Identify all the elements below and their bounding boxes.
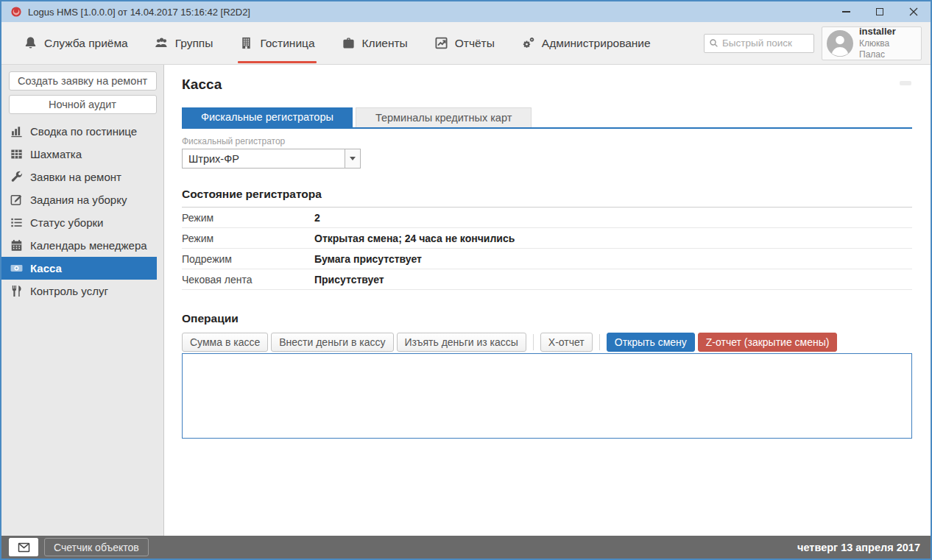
nav-item-label: Группы [175, 37, 213, 50]
sidebar-item-cleaning-tasks[interactable]: Задания на уборку [1, 188, 157, 211]
logus-logo-icon [10, 6, 22, 18]
tab-credit-card-terminals[interactable]: Терминалы кредитных карт [356, 107, 532, 127]
nav-item-label: Служба приёма [44, 37, 128, 50]
op-button-withdraw-cash[interactable]: Изъять деньги из кассы [397, 333, 526, 352]
sidebar-item-service-control[interactable]: Контроль услуг [1, 280, 157, 302]
avatar [827, 30, 853, 57]
nav-item-label: Отчёты [455, 37, 495, 50]
top-navbar: Служба приёмаГруппыГостиницаКлиентыОтчёт… [1, 22, 931, 65]
sidebar-item-label: Статус уборки [30, 216, 103, 229]
room-rack-icon [10, 147, 24, 161]
briefcase-icon [342, 36, 356, 50]
sidebar-item-label: Контроль услуг [30, 285, 108, 297]
sidebar-button-night-audit[interactable]: Ночной аудит [9, 95, 157, 114]
fiscal-register-select[interactable]: Штрих-ФР [182, 149, 361, 169]
op-button-x-report[interactable]: X-отчет [540, 333, 593, 352]
sidebar-item-repair-requests[interactable]: Заявки на ремонт [1, 166, 157, 188]
user-hotel: Клюква Палас [859, 38, 917, 60]
status-row-label: Подрежим [182, 253, 314, 265]
status-row: Чековая лентаПрисутствует [182, 269, 912, 290]
chart-icon [434, 36, 448, 50]
sidebar-item-cash-desk[interactable]: Касса [1, 257, 157, 280]
user-panel[interactable]: installer Клюква Палас [822, 26, 922, 60]
op-button-open-shift[interactable]: Открыть смену [607, 333, 695, 352]
sidebar-item-label: Сводка по гостинице [30, 125, 137, 138]
sidebar-button-create-repair-request[interactable]: Создать заявку на ремонт [9, 71, 157, 91]
status-row-value: Присутствует [314, 274, 384, 286]
status-row-label: Чековая лента [182, 274, 314, 286]
sidebar-item-label: Шахматка [30, 148, 82, 160]
status-row: Режим2 [182, 208, 912, 228]
app-window: Logus HMS [1.0.0.0] от 14.04.2017 15:16:… [0, 0, 932, 560]
register-status-section: Состояние регистратора Режим2РежимОткрыт… [182, 188, 912, 290]
collapse-panel-icon[interactable] [900, 81, 911, 85]
close-button[interactable] [897, 1, 931, 22]
page-title: Касса [182, 77, 912, 93]
cash-icon [10, 261, 24, 275]
nav-item-label: Клиенты [362, 37, 408, 50]
wrench-icon [10, 170, 24, 184]
close-icon [909, 7, 918, 16]
nav-item-groups[interactable]: Группы [155, 22, 213, 64]
status-row: РежимОткрытая смена; 24 часа не кончилис… [182, 228, 912, 249]
status-row: ПодрежимБумага присутствует [182, 249, 912, 269]
users-icon [155, 36, 169, 50]
register-status-title: Состояние регистратора [182, 188, 912, 208]
sidebar-item-label: Задания на уборку [30, 194, 127, 206]
envelope-icon [18, 542, 30, 553]
nav-item-label: Гостиница [260, 37, 314, 50]
object-counter-button[interactable]: Счетчик объектов [44, 538, 149, 556]
sidebar-item-label: Календарь менеджера [30, 239, 147, 252]
window-title: Logus HMS [1.0.0.0] от 14.04.2017 15:16:… [28, 7, 250, 18]
chevron-down-icon[interactable] [345, 149, 360, 168]
maximize-button[interactable] [863, 1, 897, 22]
bell-icon [24, 36, 38, 50]
sidebar-item-label: Касса [30, 262, 62, 274]
sidebar-item-room-rack[interactable]: Шахматка [1, 143, 157, 166]
status-row-label: Режим [182, 212, 314, 224]
status-date: четверг 13 апреля 2017 [797, 542, 920, 553]
quick-search [704, 34, 814, 53]
sidebar-item-hotel-summary[interactable]: Сводка по гостинице [1, 120, 157, 143]
mail-button[interactable] [9, 538, 38, 556]
nav-item-clients[interactable]: Клиенты [342, 22, 408, 64]
nav-item-reports[interactable]: Отчёты [434, 22, 495, 64]
fiscal-register-value: Штрих-ФР [183, 153, 345, 165]
cash-tabs: Фискальные регистраторы Терминалы кредит… [182, 107, 912, 127]
search-input[interactable] [722, 38, 809, 49]
operations-section: Операции Сумма в кассеВнести деньги в ка… [182, 312, 912, 439]
status-row-value: 2 [314, 212, 320, 224]
tab-fiscal-registers[interactable]: Фискальные регистраторы [182, 107, 353, 127]
nav-item-reception[interactable]: Служба приёма [24, 22, 128, 64]
services-icon [10, 284, 24, 298]
sidebar-item-manager-calendar[interactable]: Календарь менеджера [1, 234, 157, 257]
operation-output-panel[interactable] [182, 353, 912, 439]
status-row-value: Открытая смена; 24 часа не кончились [314, 233, 515, 244]
minimize-button[interactable] [829, 1, 863, 22]
op-button-z-report[interactable]: Z-отчет (закрытие смены) [698, 333, 838, 352]
cleaning-status-icon [10, 216, 24, 230]
op-button-cash-sum[interactable]: Сумма в кассе [182, 333, 268, 352]
cleaning-tasks-icon [10, 193, 24, 207]
nav-item-hotel[interactable]: Гостиница [239, 22, 314, 64]
sidebar: Создать заявку на ремонтНочной аудит Сво… [1, 65, 164, 536]
building-icon [239, 36, 253, 50]
status-row-label: Режим [182, 233, 314, 244]
tabs-underline [182, 127, 912, 129]
user-name: installer [859, 26, 917, 38]
nav-item-label: Администрирование [542, 37, 651, 50]
operations-title: Операции [182, 312, 912, 325]
status-bar: Счетчик объектов четверг 13 апреля 2017 [1, 536, 931, 559]
main-panel: Касса Фискальные регистраторы Терминалы … [164, 65, 931, 536]
search-icon [709, 38, 719, 48]
sidebar-item-label: Заявки на ремонт [30, 171, 121, 183]
button-separator [599, 334, 600, 350]
gears-icon [521, 36, 535, 50]
button-separator [533, 334, 534, 350]
op-button-deposit-cash[interactable]: Внести деньги в кассу [271, 333, 393, 352]
sidebar-item-cleaning-status[interactable]: Статус уборки [1, 211, 157, 234]
fiscal-register-label: Фискальный регистратор [182, 136, 912, 146]
nav-item-administration[interactable]: Администрирование [521, 22, 651, 64]
summary-icon [10, 124, 24, 138]
status-row-value: Бумага присутствует [314, 253, 422, 265]
